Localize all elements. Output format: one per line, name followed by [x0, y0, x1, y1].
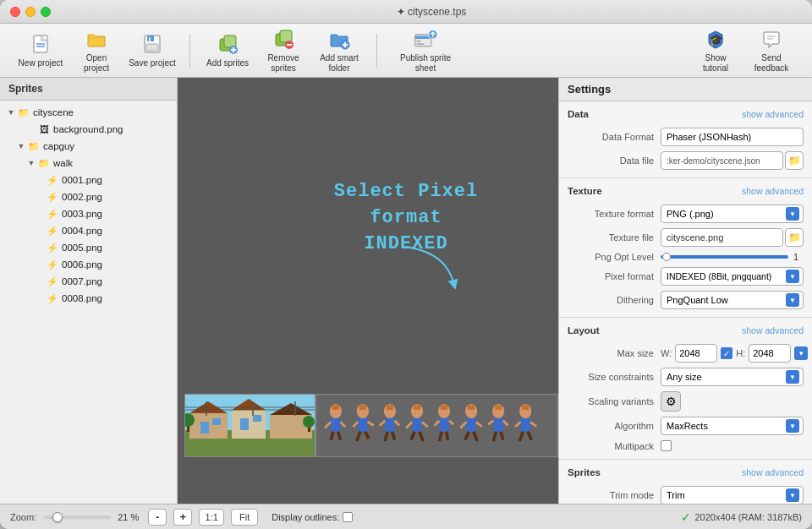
- tree-label-0002: 0002.png: [62, 192, 102, 202]
- sprites-show-advanced[interactable]: show advanced: [742, 467, 804, 477]
- background-sprite-preview: [184, 394, 315, 457]
- settings-panel-header: Settings: [559, 78, 812, 101]
- texture-format-label: Texture format: [568, 209, 661, 219]
- minimize-button[interactable]: [25, 7, 36, 17]
- texture-file-browse-button[interactable]: 📁: [785, 228, 804, 247]
- dithering-dropdown[interactable]: PngQuant Low ▼: [661, 291, 804, 309]
- new-project-icon: [29, 32, 52, 56]
- add-smart-folder-button[interactable]: Add smart folder: [312, 27, 366, 74]
- max-size-arrow-icon: ▼: [794, 346, 808, 360]
- tree-item-background[interactable]: ▶ 🖼 background.png: [0, 121, 177, 138]
- send-feedback-button[interactable]: Send feedback: [744, 27, 798, 74]
- data-format-dropdown[interactable]: Phaser (JSONHash): [661, 128, 804, 146]
- toolbar-group-help: 🎓 Show tutorial Send feedback: [689, 27, 798, 74]
- tree-item-capguy[interactable]: ▼ 📁 capguy: [0, 138, 177, 155]
- data-file-browse-button[interactable]: 📁: [785, 151, 804, 170]
- layout-section-header: Layout show advanced: [559, 323, 812, 338]
- multipack-checkbox[interactable]: [661, 440, 672, 451]
- svg-rect-73: [412, 418, 421, 432]
- tree-item-0001[interactable]: ⚡ 0001.png: [0, 172, 177, 188]
- size-constraints-dropdown[interactable]: Any size ▼: [661, 368, 804, 386]
- settings-panel: Settings Data show advanced Data Format …: [558, 78, 812, 504]
- bottom-bar: Zoom: 21 % - + 1:1 Fit Display outlines:…: [0, 504, 812, 529]
- show-tutorial-label: Show tutorial: [692, 53, 739, 74]
- svg-rect-79: [441, 405, 448, 410]
- data-show-advanced[interactable]: show advanced: [742, 109, 804, 119]
- publish-button[interactable]: Publish sprite sheet: [387, 27, 464, 74]
- tree-item-0003[interactable]: ⚡ 0003.png: [0, 205, 177, 222]
- add-sprites-icon: [216, 32, 239, 56]
- svg-point-44: [303, 416, 315, 428]
- remove-sprites-button[interactable]: Remove sprites: [256, 27, 310, 74]
- pixel-format-control: INDEXED (8Bit, pngquant) ▼: [661, 267, 804, 286]
- svg-rect-86: [468, 405, 475, 410]
- algorithm-dropdown[interactable]: MaxRects ▼: [661, 417, 804, 435]
- tree-item-cityscene[interactable]: ▼ 📁 cityscene: [0, 104, 177, 121]
- pixel-format-value: INDEXED (8Bit, pngquant): [667, 271, 771, 281]
- tree-item-walk[interactable]: ▼ 📁 walk: [0, 155, 177, 172]
- close-button[interactable]: [10, 7, 20, 17]
- svg-rect-66: [385, 418, 394, 432]
- svg-line-104: [519, 432, 523, 441]
- scaling-variants-gear-button[interactable]: ⚙: [661, 391, 681, 412]
- zoom-slider[interactable]: [43, 515, 111, 519]
- algorithm-control: MaxRects ▼: [661, 417, 804, 435]
- svg-rect-5: [146, 44, 158, 51]
- trim-mode-dropdown[interactable]: Trim ▼: [661, 486, 804, 504]
- titlebar: ✦ cityscene.tps: [0, 0, 812, 24]
- tree-item-0002[interactable]: ⚡ 0002.png: [0, 188, 177, 205]
- svg-rect-33: [200, 422, 209, 434]
- open-project-button[interactable]: Open project: [69, 27, 123, 74]
- tree-item-0005[interactable]: ⚡ 0005.png: [0, 239, 177, 256]
- texture-section-header: Texture show advanced: [559, 183, 812, 199]
- sprites-section-title: Sprites: [568, 467, 601, 477]
- save-project-button[interactable]: Save project: [125, 27, 179, 74]
- open-project-label: Open project: [73, 53, 120, 74]
- svg-rect-4: [147, 35, 154, 41]
- svg-rect-34: [212, 418, 221, 425]
- toolbar-group-project: New project Open project: [14, 27, 179, 74]
- texture-file-input[interactable]: cityscene.png: [661, 228, 783, 247]
- sprite-icon-0002: ⚡: [46, 190, 59, 204]
- zoom-plus-button[interactable]: +: [173, 509, 192, 526]
- canvas-area[interactable]: Select Pixel format INDEXED: [178, 78, 558, 504]
- tree-label-cityscene: cityscene: [33, 107, 74, 117]
- data-file-label: Data file: [568, 155, 661, 166]
- new-project-button[interactable]: New project: [14, 27, 68, 74]
- max-size-w-input[interactable]: 2048: [675, 344, 717, 363]
- show-tutorial-icon: 🎓: [704, 27, 727, 51]
- folder-icon-walk: 📁: [37, 156, 51, 170]
- size-link-checkbox[interactable]: ✓: [721, 347, 732, 359]
- svg-line-102: [515, 422, 520, 427]
- size-constraints-control: Any size ▼: [661, 368, 804, 386]
- layout-show-advanced[interactable]: show advanced: [742, 325, 804, 335]
- add-sprites-button[interactable]: Add sprites: [200, 27, 255, 74]
- zoom-1to1-button[interactable]: 1:1: [199, 509, 224, 526]
- data-file-input[interactable]: :ker-demo/cityscene.json: [661, 151, 783, 170]
- zoom-minus-button[interactable]: -: [148, 509, 167, 526]
- tree-item-0007[interactable]: ⚡ 0007.png: [0, 273, 177, 290]
- annotation-line1: Select Pixel format: [311, 179, 502, 232]
- pixel-format-dropdown[interactable]: INDEXED (8Bit, pngquant) ▼: [661, 267, 804, 286]
- maximize-button[interactable]: [41, 7, 51, 17]
- zoom-fit-button[interactable]: Fit: [231, 509, 258, 526]
- tree-arrow-walk: ▼: [25, 157, 37, 169]
- max-size-h-input[interactable]: 2048: [749, 344, 791, 363]
- sprite-tree: ▼ 📁 cityscene ▶ 🖼 background.png ▼ 📁 cap…: [0, 101, 177, 504]
- remove-sprites-icon: [272, 27, 295, 51]
- texture-show-advanced[interactable]: show advanced: [742, 186, 804, 196]
- svg-line-76: [411, 432, 414, 440]
- tree-item-0008[interactable]: ⚡ 0008.png: [0, 290, 177, 307]
- show-tutorial-button[interactable]: 🎓 Show tutorial: [689, 27, 743, 74]
- display-outlines-checkbox[interactable]: [343, 512, 353, 522]
- svg-rect-101: [521, 418, 530, 432]
- sprite-icon-0003: ⚡: [46, 207, 59, 221]
- tree-item-0004[interactable]: ⚡ 0004.png: [0, 222, 177, 239]
- svg-line-67: [380, 421, 385, 426]
- tree-item-0006[interactable]: ⚡ 0006.png: [0, 256, 177, 273]
- svg-line-61: [368, 422, 374, 425]
- png-opt-slider[interactable]: [661, 255, 788, 259]
- main-content: Sprites ▼ 📁 cityscene ▶ 🖼 background.png…: [0, 78, 812, 504]
- texture-format-dropdown[interactable]: PNG (.png) ▼: [661, 205, 804, 223]
- size-constraints-arrow-icon: ▼: [786, 370, 799, 384]
